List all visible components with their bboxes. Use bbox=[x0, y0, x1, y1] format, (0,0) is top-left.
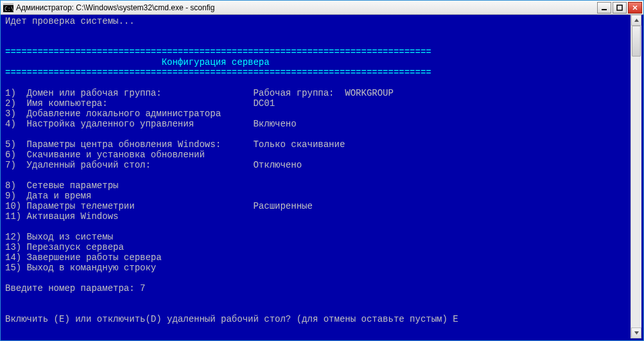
window-title: Администратор: C:\Windows\system32\cmd.e… bbox=[16, 3, 597, 12]
menu-item-11: 11) Активация Windows bbox=[5, 211, 628, 222]
menu-item-5: 5) Параметры центра обновления Windows: … bbox=[5, 139, 628, 150]
svg-rect-3 bbox=[602, 9, 607, 10]
cmd-window: C:\ Администратор: C:\Windows\system32\c… bbox=[0, 0, 644, 341]
divider: ========================================… bbox=[5, 67, 628, 78]
close-button[interactable] bbox=[628, 2, 642, 13]
menu-item-15: 15) Выход в командную строку bbox=[5, 263, 628, 273]
scroll-down-button[interactable] bbox=[631, 328, 641, 338]
cmd-icon: C:\ bbox=[3, 3, 13, 13]
vertical-scrollbar[interactable] bbox=[631, 15, 641, 338]
client-area: Идет проверка системы...================… bbox=[1, 15, 643, 340]
console-line bbox=[5, 304, 628, 314]
menu-item-2: 2) Имя компьютера: DC01 bbox=[5, 98, 628, 109]
menu-item-10: 10) Параметры телеметрии Расширенные bbox=[5, 201, 628, 211]
console-line bbox=[5, 129, 628, 139]
menu-item-3: 3) Добавление локального администратора bbox=[5, 109, 628, 119]
menu-item-14: 14) Завершение работы сервера bbox=[5, 252, 628, 263]
console-line bbox=[5, 222, 628, 232]
menu-item-1: 1) Домен или рабочая группа: Рабочая гру… bbox=[5, 88, 628, 98]
console-line bbox=[5, 273, 628, 283]
scroll-up-button[interactable] bbox=[631, 15, 641, 26]
divider: ========================================… bbox=[5, 47, 628, 57]
scroll-thumb[interactable] bbox=[632, 26, 641, 57]
rds-prompt-line[interactable]: Включить (E) или отключить(D) удаленный … bbox=[5, 314, 628, 324]
menu-item-6: 6) Скачивание и установка обновлений bbox=[5, 150, 628, 160]
console-output[interactable]: Идет проверка системы...================… bbox=[3, 15, 631, 338]
menu-item-7: 7) Удаленный рабочий стол: Отключено bbox=[5, 160, 628, 170]
svg-rect-4 bbox=[617, 5, 622, 10]
prompt-line[interactable]: Введите номер параметра: 7 bbox=[5, 283, 628, 293]
console-line bbox=[5, 293, 628, 304]
console-line bbox=[5, 37, 628, 47]
maximize-button[interactable] bbox=[613, 2, 627, 13]
status-line: Идет проверка системы... bbox=[5, 16, 628, 26]
menu-item-8: 8) Сетевые параметры bbox=[5, 180, 628, 191]
titlebar[interactable]: C:\ Администратор: C:\Windows\system32\c… bbox=[1, 1, 643, 15]
console-line bbox=[5, 26, 628, 37]
svg-text:C:\: C:\ bbox=[4, 6, 13, 12]
console-line bbox=[5, 78, 628, 88]
svg-rect-1 bbox=[3, 3, 13, 5]
menu-item-4: 4) Настройка удаленного управления Включ… bbox=[5, 119, 628, 129]
header-line: Конфигурация сервера bbox=[5, 57, 628, 67]
window-controls bbox=[597, 2, 642, 13]
menu-item-13: 13) Перезапуск сервера bbox=[5, 242, 628, 252]
menu-item-12: 12) Выход из системы bbox=[5, 232, 628, 242]
menu-item-9: 9) Дата и время bbox=[5, 191, 628, 201]
scroll-track[interactable] bbox=[631, 26, 641, 328]
minimize-button[interactable] bbox=[597, 2, 611, 13]
console-line bbox=[5, 170, 628, 180]
